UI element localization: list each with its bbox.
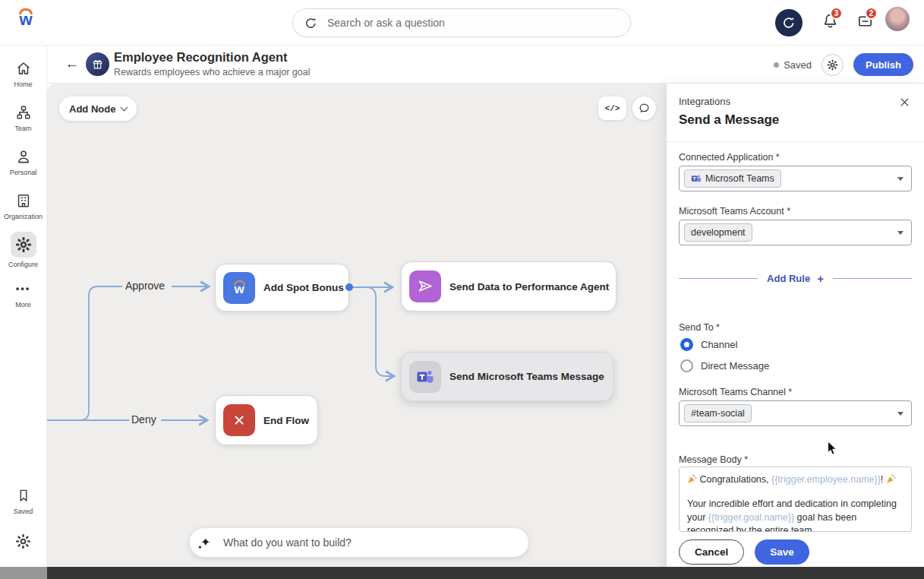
merge-token: {{trigger.goal.name}} [708,512,794,523]
top-bar: w 3 2 [0,0,924,46]
party-popper-emoji [687,474,697,484]
sidebar-item-personal[interactable]: Personal [0,140,47,184]
workday-icon: w [223,272,255,304]
save-button[interactable]: Save [755,539,809,565]
gear-icon [11,232,36,258]
chevron-down-icon [897,177,904,181]
page-title: Employee Recognition Agent [114,50,288,65]
person-icon [14,147,33,166]
sidebar-item-organization[interactable]: Organization [0,184,47,228]
sidebar-item-more[interactable]: ••• More [0,272,47,316]
saved-status: Saved [774,59,812,71]
page-subtitle: Rewards employees who achieve a major go… [114,67,310,78]
app-window: w 3 2 [0,0,924,579]
edge-label-approve: Approve [125,280,165,292]
global-search[interactable] [292,8,631,37]
sidebar-settings-button[interactable] [0,523,47,559]
publish-button[interactable]: Publish [853,53,913,76]
connected-application-chip: Microsoft Teams [684,169,781,188]
workflow-canvas[interactable]: Add Node </> [47,84,667,567]
radio-unselected-icon[interactable] [680,359,693,372]
connection-handle[interactable] [345,283,353,291]
build-prompt-bar[interactable]: ✦ [190,528,528,557]
settings-gear-icon [14,532,33,550]
node-send-data-performance-agent[interactable]: Send Data to Performance Agent [401,261,617,312]
plus-icon: + [817,272,824,285]
node-send-teams-message[interactable]: Send Microsoft Teams Message [401,352,613,401]
microsoft-teams-icon [691,173,702,184]
agent-header: ← Employee Recognition Agent Rewards emp… [47,46,924,84]
inbox-button[interactable]: 2 [856,12,876,32]
teams-account-select[interactable]: development [679,220,912,245]
node-add-spot-bonus[interactable]: w Add Spot Bonus [215,264,349,312]
mouse-cursor [827,441,838,456]
panel-title: Send a Message [679,112,779,128]
user-avatar[interactable] [885,7,910,31]
config-panel: Integrations Send a Message Connected Ap… [667,84,924,579]
sidebar-item-team[interactable]: Team [0,96,47,140]
chevron-down-icon [897,231,904,235]
panel-eyebrow: Integrations [679,96,730,107]
home-icon [14,59,33,78]
node-end-flow[interactable]: End Flow [215,395,318,445]
notifications-badge: 3 [830,7,843,20]
connected-application-label: Connected Application * [679,152,780,163]
x-icon [223,404,255,436]
agent-settings-button[interactable] [822,54,844,76]
message-body-label: Message Body * [679,454,748,465]
sidebar-item-saved[interactable]: Saved [0,479,47,523]
party-popper-emoji [886,474,896,484]
close-panel-button[interactable] [897,94,912,109]
teams-account-chip: development [684,223,752,242]
notifications-button[interactable]: 3 [822,12,841,32]
microsoft-teams-icon [409,361,441,393]
search-input[interactable] [326,16,620,30]
build-prompt-input[interactable] [222,536,518,549]
agent-avatar [86,52,109,76]
divider [833,278,912,279]
sidebar-item-configure[interactable]: Configure [0,228,47,272]
radio-option-channel[interactable]: Channel [680,338,737,351]
saved-status-dot [774,62,779,68]
merge-token: {{trigger.employee.name}} [771,474,881,485]
divider [679,278,758,279]
org-chart-icon [14,103,33,122]
radio-selected-icon[interactable] [680,338,693,351]
sparkle-icon: ✦ [200,536,214,549]
cancel-button[interactable]: Cancel [679,539,744,565]
sidebar: Home Team Personal Organi [0,46,47,567]
chevron-down-icon [897,412,904,416]
assistant-icon [781,15,796,30]
gift-icon [91,58,104,71]
gear-icon [827,59,838,71]
radio-option-direct-message[interactable]: Direct Message [680,359,769,372]
divider [667,141,924,142]
teams-channel-label: Microsoft Teams Channel * [679,387,792,397]
edge-label-deny: Deny [131,413,156,426]
add-rule-button[interactable]: Add Rule + [679,272,912,285]
connected-application-select[interactable]: Microsoft Teams [679,166,912,191]
sidebar-item-home[interactable]: Home [0,52,47,96]
workday-logo[interactable]: w [15,8,36,37]
search-ai-icon [304,16,318,30]
bookmark-icon [14,486,33,505]
teams-channel-chip: #team-social [684,404,752,422]
send-icon [409,271,441,302]
message-body-input[interactable]: Congratulations, {{trigger.employee.name… [679,467,912,532]
ellipsis-icon: ••• [14,280,33,298]
bottom-strip [0,567,924,579]
building-icon [14,191,33,210]
send-to-label: Send To * [679,322,720,333]
back-button[interactable]: ← [62,54,82,74]
teams-channel-select[interactable]: #team-social [679,400,912,426]
assistant-button[interactable] [775,9,803,36]
teams-account-label: Microsoft Teams Account * [679,206,790,217]
inbox-badge: 2 [865,7,878,20]
close-icon [899,96,910,108]
workflow-connectors [47,84,667,567]
